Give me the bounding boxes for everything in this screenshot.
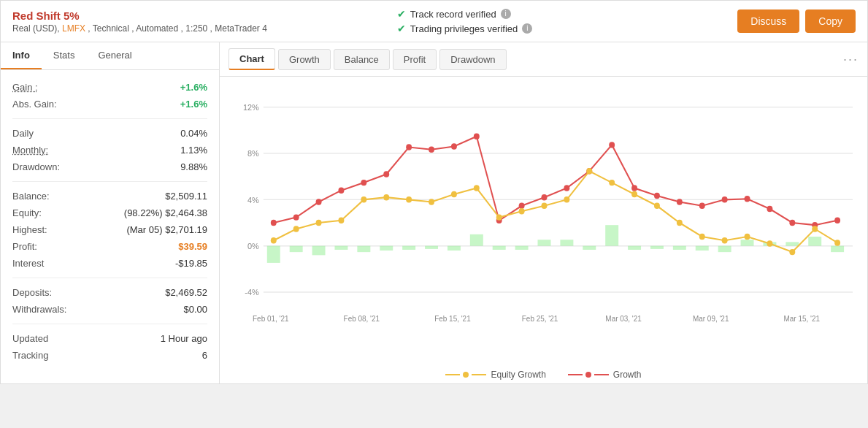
deposits-value: $2,469.52 <box>165 287 207 298</box>
svg-point-72 <box>338 218 344 223</box>
svg-point-79 <box>496 214 502 220</box>
svg-rect-25 <box>448 246 461 251</box>
interest-label: Interest <box>12 258 44 269</box>
trading-privileges-info-icon[interactable]: i <box>522 23 532 34</box>
svg-point-47 <box>361 180 366 186</box>
left-tabs: Info Stats General <box>1 42 219 70</box>
equity-growth-legend: Equity Growth <box>445 370 545 380</box>
deposits-row: Deposits: $2,469.52 <box>12 284 207 301</box>
svg-point-77 <box>451 191 457 197</box>
svg-text:12%: 12% <box>243 103 259 112</box>
gain-value: +1.6% <box>180 82 207 93</box>
svg-rect-40 <box>786 242 799 245</box>
svg-point-87 <box>677 220 683 226</box>
svg-point-51 <box>451 143 457 149</box>
svg-text:Feb 08, '21: Feb 08, '21 <box>344 315 380 323</box>
tracking-value: 6 <box>202 350 207 361</box>
chart-legend: Equity Growth Growth <box>227 364 860 384</box>
svg-rect-36 <box>696 246 709 251</box>
updated-label: Updated <box>12 333 48 344</box>
svg-rect-34 <box>650 246 664 249</box>
svg-text:8%: 8% <box>247 149 259 158</box>
svg-text:0%: 0% <box>247 242 259 251</box>
chart-tab-balance[interactable]: Balance <box>334 49 390 70</box>
svg-point-83 <box>586 168 592 174</box>
svg-rect-20 <box>334 246 347 250</box>
svg-point-86 <box>654 203 660 209</box>
chart-tab-chart[interactable]: Chart <box>228 48 275 70</box>
growth-line <box>274 137 837 225</box>
tab-info[interactable]: Info <box>1 42 42 69</box>
bar-chart <box>267 225 844 263</box>
divider-2 <box>12 181 207 182</box>
svg-point-49 <box>406 144 412 150</box>
main-content: Info Stats General Gain : +1.6% Abs. Gai… <box>1 42 867 383</box>
check-icon-2: ✔ <box>397 23 406 34</box>
daily-value: 0.04% <box>180 128 207 139</box>
tab-stats[interactable]: Stats <box>42 42 87 69</box>
svg-point-56 <box>564 185 569 191</box>
svg-rect-17 <box>267 246 280 263</box>
updated-row: Updated 1 Hour ago <box>12 330 207 347</box>
svg-rect-23 <box>402 246 415 250</box>
header-left: Red Shift 5% Real (USD), LMFX , Technica… <box>12 9 353 34</box>
verification-info: ✔ Track record verified i ✔ Trading priv… <box>397 8 738 34</box>
svg-point-94 <box>834 240 840 245</box>
svg-rect-37 <box>718 246 731 252</box>
svg-rect-41 <box>808 237 821 246</box>
svg-rect-33 <box>628 246 641 250</box>
svg-point-78 <box>474 185 480 191</box>
abs-gain-row: Abs. Gain: +1.6% <box>12 96 207 112</box>
svg-point-68 <box>834 218 840 223</box>
strategy-title: Red Shift 5% <box>12 9 353 22</box>
monthly-label: Monthly: <box>12 145 48 156</box>
header-buttons: Discuss Copy <box>737 9 856 33</box>
svg-point-58 <box>609 142 615 148</box>
balance-label: Balance: <box>12 191 50 202</box>
profit-row: Profit: $39.59 <box>12 238 207 255</box>
monthly-value: 1.13% <box>180 145 207 156</box>
discuss-button[interactable]: Discuss <box>737 9 799 33</box>
left-panel: Info Stats General Gain : +1.6% Abs. Gai… <box>1 42 220 383</box>
profit-label: Profit: <box>12 241 37 252</box>
interest-row: Interest -$19.85 <box>12 255 207 272</box>
svg-point-62 <box>699 203 705 209</box>
profit-value: $39.59 <box>178 241 207 252</box>
svg-rect-35 <box>673 246 686 250</box>
svg-rect-22 <box>380 246 393 251</box>
daily-row: Daily 0.04% <box>12 125 207 142</box>
main-container: Red Shift 5% Real (USD), LMFX , Technica… <box>0 0 868 384</box>
tab-general[interactable]: General <box>86 42 143 69</box>
svg-point-84 <box>609 180 615 186</box>
copy-button[interactable]: Copy <box>805 9 856 33</box>
track-record-verified: ✔ Track record verified i <box>397 8 738 20</box>
chart-tab-growth[interactable]: Growth <box>278 49 331 70</box>
lmfx-link[interactable]: LMFX <box>62 23 85 34</box>
growth-label: Growth <box>613 370 642 380</box>
svg-text:Feb 25, '21: Feb 25, '21 <box>522 315 558 323</box>
svg-point-74 <box>383 194 389 200</box>
svg-point-54 <box>519 203 525 209</box>
chart-tab-drawdown[interactable]: Drawdown <box>439 49 506 70</box>
svg-point-76 <box>429 199 434 205</box>
svg-text:-4%: -4% <box>245 288 258 297</box>
svg-rect-28 <box>515 246 529 250</box>
chart-tab-profit[interactable]: Profit <box>393 49 437 70</box>
svg-rect-27 <box>493 246 506 250</box>
track-record-label: Track record verified <box>410 9 496 20</box>
track-record-info-icon[interactable]: i <box>501 9 511 19</box>
svg-point-66 <box>789 220 795 226</box>
svg-text:Mar 15, '21: Mar 15, '21 <box>784 315 821 323</box>
withdrawals-label: Withdrawals: <box>12 304 66 315</box>
svg-point-93 <box>812 226 818 232</box>
more-options-icon[interactable]: ··· <box>843 52 859 67</box>
svg-point-59 <box>631 185 637 191</box>
withdrawals-row: Withdrawals: $0.00 <box>12 301 207 318</box>
highest-row: Highest: (Mar 05) $2,701.19 <box>12 221 207 238</box>
growth-dots <box>271 134 840 229</box>
abs-gain-value: +1.6% <box>180 99 207 110</box>
svg-point-64 <box>745 196 750 202</box>
tracking-row: Tracking 6 <box>12 347 207 364</box>
header: Red Shift 5% Real (USD), LMFX , Technica… <box>1 1 867 42</box>
svg-point-70 <box>293 226 299 232</box>
